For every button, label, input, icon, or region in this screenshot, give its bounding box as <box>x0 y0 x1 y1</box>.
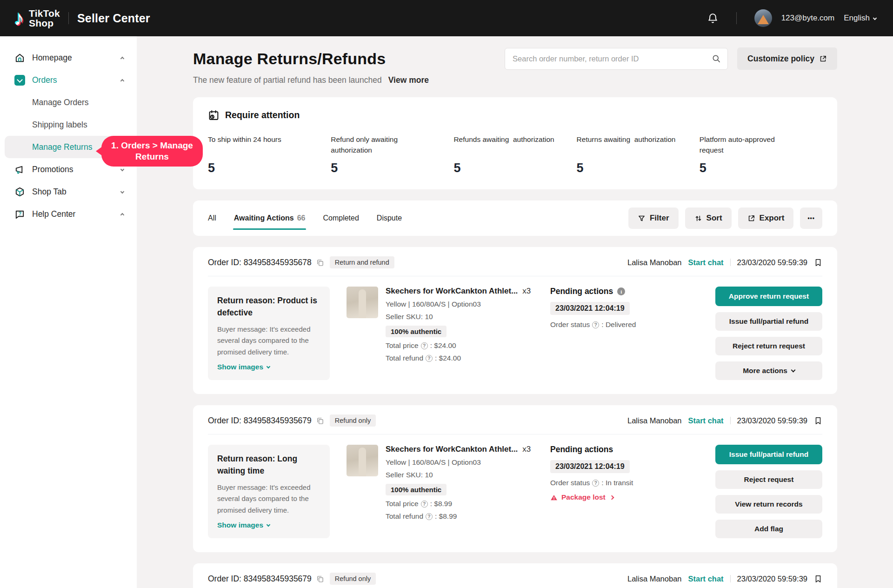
product-image[interactable] <box>347 445 378 476</box>
bookmark-icon[interactable] <box>814 416 822 425</box>
warning-triangle-icon <box>550 494 558 501</box>
info-icon[interactable] <box>617 287 625 295</box>
order-card: Order ID: 834958345935679 Refund only La… <box>193 563 837 588</box>
product-sku: Seller SKU: 10 <box>386 471 531 479</box>
issue-refund-button[interactable]: Issue full/partial refund <box>715 445 822 464</box>
view-return-records-button[interactable]: View return records <box>715 495 822 514</box>
export-button[interactable]: Export <box>738 207 794 229</box>
chevron-down-icon <box>120 190 124 194</box>
order-id: Order ID: 834958345935679 <box>208 574 312 584</box>
stat-refunds-awaiting[interactable]: Refunds awaiting authorization 5 <box>453 134 576 175</box>
return-reason-box: Return reason: Product is defective Buye… <box>208 287 330 380</box>
issue-refund-button[interactable]: Issue full/partial refund <box>715 312 822 331</box>
show-images-link[interactable]: Show images <box>217 363 320 371</box>
tab-completed[interactable]: Completed <box>323 200 359 236</box>
sidebar-item-help-center[interactable]: ? Help Center <box>0 203 137 225</box>
question-circle-icon[interactable] <box>421 501 428 508</box>
view-more-link[interactable]: View more <box>388 75 429 85</box>
ellipsis-icon: ••• <box>807 215 815 221</box>
notification-bell-icon[interactable] <box>707 13 719 24</box>
customize-policy-button[interactable]: Customize policy <box>737 47 837 70</box>
product-variant: Yellow | 160/80A/S | Option03 <box>386 458 531 467</box>
copy-icon[interactable] <box>316 259 324 267</box>
question-circle-icon[interactable] <box>421 342 428 349</box>
sidebar: Homepage Orders Manage Orders Shipping l… <box>0 36 137 588</box>
order-type-badge: Return and refund <box>330 256 394 268</box>
authentic-badge: 100% authentic <box>386 484 446 495</box>
product-variant: Yellow | 160/80A/S | Option03 <box>386 300 531 308</box>
divider <box>730 575 731 582</box>
total-refund-value: : $24.00 <box>435 354 461 362</box>
order-datetime: 23/03/2020 59:59:39 <box>737 258 807 267</box>
order-type-badge: Refund only <box>330 573 376 585</box>
approve-return-request-button[interactable]: Approve return request <box>715 287 822 306</box>
reject-request-button[interactable]: Reject request <box>715 470 822 489</box>
question-circle-icon[interactable] <box>426 355 433 362</box>
package-lost-link[interactable]: Package lost <box>550 493 686 501</box>
order-status-value: : Delivered <box>601 321 636 329</box>
buyer-message: Buyer message: It's exceeded several day… <box>217 324 320 359</box>
order-datetime: 23/03/2020 59:59:39 <box>737 575 807 583</box>
export-icon <box>747 214 755 222</box>
bookmark-icon[interactable] <box>814 258 822 267</box>
start-chat-link[interactable]: Start chat <box>688 258 723 267</box>
avatar[interactable] <box>754 9 772 27</box>
tiktok-note-icon: ♪ <box>14 8 24 28</box>
start-chat-link[interactable]: Start chat <box>688 416 723 425</box>
chevron-right-icon <box>609 495 614 500</box>
reject-return-request-button[interactable]: Reject return request <box>715 337 822 355</box>
list-toolbar: All Awaiting Actions66 Completed Dispute… <box>193 200 837 236</box>
return-reason: Return reason: Long waiting time <box>217 453 320 477</box>
top-bar: ♪ TikTok Shop Seller Center 123@byte.com… <box>0 0 893 36</box>
total-price-value: : $8.99 <box>430 500 452 508</box>
header-divider <box>68 12 69 24</box>
copy-icon[interactable] <box>316 417 324 425</box>
require-attention-title: Require attention <box>225 110 300 120</box>
pending-deadline: 23/03/2021 12:04:19 <box>550 460 630 473</box>
total-refund-label: Total refund <box>386 512 423 521</box>
stat-refund-only-awaiting[interactable]: Refund only awaiting authorization 5 <box>331 134 453 175</box>
sort-button[interactable]: Sort <box>685 207 732 229</box>
chevron-up-icon <box>120 213 124 217</box>
sidebar-item-orders[interactable]: Orders <box>0 69 137 91</box>
tab-dispute[interactable]: Dispute <box>377 200 402 236</box>
language-selector[interactable]: English <box>844 13 876 23</box>
total-refund-label: Total refund <box>386 354 423 362</box>
sidebar-item-homepage[interactable]: Homepage <box>0 47 137 69</box>
order-status-label: Order status <box>550 479 590 487</box>
filter-button[interactable]: Filter <box>628 207 679 229</box>
order-type-badge: Refund only <box>330 414 376 427</box>
chevron-down-icon <box>120 167 124 171</box>
product-image[interactable] <box>347 287 378 318</box>
tab-awaiting-actions[interactable]: Awaiting Actions66 <box>234 200 306 236</box>
add-flag-button[interactable]: Add flag <box>715 520 822 538</box>
more-actions-button[interactable]: More actions <box>715 361 822 380</box>
question-circle-icon[interactable] <box>592 480 599 487</box>
question-circle-icon[interactable] <box>592 321 599 328</box>
total-refund-value: : $8.99 <box>435 512 457 521</box>
stat-returns-awaiting[interactable]: Returns awaiting authorization 5 <box>577 134 700 175</box>
question-circle-icon[interactable] <box>426 513 433 520</box>
divider <box>730 259 731 266</box>
copy-icon[interactable] <box>316 575 324 583</box>
product-title[interactable]: Skechers for WorkCankton Athlet... <box>386 445 518 454</box>
main-content: Manage Returns/Refunds Customize policy <box>137 36 893 588</box>
total-price-label: Total price <box>386 500 419 508</box>
more-options-button[interactable]: ••• <box>800 207 822 229</box>
account-email[interactable]: 123@byte.com <box>781 13 835 23</box>
sidebar-item-shop-tab[interactable]: Shop Tab <box>0 180 137 203</box>
filter-icon <box>638 214 646 222</box>
search-icon[interactable] <box>712 54 721 63</box>
sidebar-item-shipping-labels[interactable]: Shipping labels <box>0 114 137 136</box>
product-title[interactable]: Skechers for WorkCankton Athlet... <box>386 287 518 296</box>
stat-to-ship[interactable]: To ship within 24 hours 5 <box>208 134 331 175</box>
sidebar-item-manage-orders[interactable]: Manage Orders <box>0 91 137 114</box>
start-chat-link[interactable]: Start chat <box>688 575 723 583</box>
stat-platform-auto-approved[interactable]: Platform auto-approved request 5 <box>700 134 822 175</box>
page-subtitle: The new feature of partial refund has be… <box>193 75 382 85</box>
tab-all[interactable]: All <box>208 200 216 236</box>
search-input[interactable] <box>513 54 712 63</box>
show-images-link[interactable]: Show images <box>217 521 320 529</box>
tiktok-shop-logo[interactable]: ♪ TikTok Shop <box>14 8 60 28</box>
bookmark-icon[interactable] <box>814 575 822 583</box>
